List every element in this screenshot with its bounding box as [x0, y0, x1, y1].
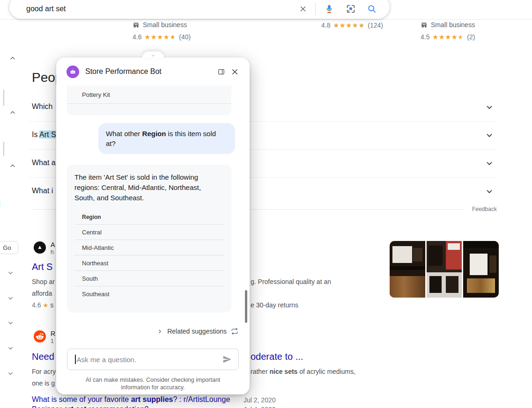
rating-row: 4.6 ★★★★★★★★★★ (40) [133, 33, 191, 41]
reddit-icon [34, 330, 46, 344]
expand-down-icon[interactable] [7, 370, 14, 379]
store-performance-bot-dialog: Store Performance Bot Pottery Kit What o… [56, 58, 250, 394]
message-text: at? [106, 138, 228, 148]
link-bold: art supplies [131, 395, 173, 403]
link-text: What is some of your favorite [32, 395, 131, 403]
table-row: Northeast [74, 255, 224, 271]
result-rating-line: 4.6 ★ s [32, 301, 53, 309]
result-title-link[interactable]: Need [32, 351, 54, 362]
paa-question[interactable]: What a [32, 159, 56, 167]
result-rating-value: 4.6 [32, 301, 41, 309]
search-icon[interactable] [362, 4, 382, 14]
robot-icon [69, 68, 76, 75]
voice-search-icon[interactable] [318, 4, 340, 14]
link-text: ? : r/ArtistLounge [173, 395, 230, 403]
result-snippet: e 30-day returns [251, 301, 298, 309]
star-rating: ★★★★★★★★★★ [144, 34, 176, 40]
cut-panel-border [3, 90, 4, 106]
paa-question[interactable]: What i [32, 187, 53, 195]
result-snippet: one is g [32, 379, 55, 387]
expand-down-icon[interactable] [7, 320, 14, 328]
star-rating: ★★★★★★★★★★ [432, 34, 464, 40]
product-image-1[interactable] [390, 241, 425, 298]
open-side-panel-icon[interactable] [217, 68, 225, 76]
chevron-right-icon [157, 328, 163, 335]
snippet-bold: nice sets [269, 368, 297, 375]
clear-search-icon[interactable] [294, 5, 312, 13]
input-placeholder: Ask me a question. [77, 356, 223, 364]
answer-line: regions: Central, Mid-Atlantic, Northeas… [74, 182, 224, 193]
search-bar[interactable]: good art set [9, 0, 390, 19]
rating-count: (2) [467, 33, 475, 41]
rating-count: (124) [368, 22, 383, 29]
result-date: Jul 2, 2020 [244, 396, 276, 404]
search-bar-divider [315, 3, 316, 15]
site-favicon [34, 241, 46, 254]
snippet-text: of acrylic mediums, [297, 368, 355, 375]
site-url-fragment: 1 [51, 338, 54, 344]
go-button[interactable]: Go [0, 241, 18, 254]
feedback-link[interactable]: Feedback [472, 206, 497, 212]
star-icon: ★ [43, 302, 48, 309]
paa-question[interactable]: Which [32, 102, 52, 111]
site-url-fragment: h [51, 249, 54, 255]
related-suggestions-button[interactable]: Related suggestions [67, 327, 238, 336]
message-bold: Region [142, 130, 166, 138]
result-title-link[interactable]: oderate to ... [251, 351, 303, 362]
expand-question-button[interactable] [481, 127, 498, 144]
table-row: Southeast [74, 286, 224, 302]
result-title-link[interactable]: Beginner art set recommendation? ... [32, 405, 157, 408]
bot-answer-text: The item 'Art Set' is sold in the follow… [74, 172, 224, 203]
header-divider [0, 19, 532, 20]
paa-question[interactable]: Is Art S [32, 131, 56, 139]
expand-down-icon[interactable] [7, 270, 14, 278]
link-text: Beginner [32, 405, 64, 408]
search-input[interactable]: good art set [26, 5, 294, 13]
rating-value: 4.5 [421, 33, 429, 41]
question-input[interactable]: Ask me a question. [67, 349, 239, 370]
collapse-handle[interactable] [142, 51, 164, 58]
result-snippet: rather nice sets of acrylic mediums, [251, 368, 355, 375]
table-row: South [74, 271, 224, 286]
refresh-suggestions-icon[interactable] [231, 328, 238, 335]
expand-question-button[interactable] [481, 155, 498, 172]
ai-disclaimer: AI can make mistakes. Consider checking … [67, 376, 239, 391]
product-image-3[interactable] [463, 241, 499, 298]
result-title-link[interactable]: What is some of your favorite art suppli… [32, 395, 230, 404]
google-lens-icon[interactable] [340, 4, 362, 14]
dialog-scrollbar[interactable] [245, 290, 247, 323]
table-header: Region [74, 210, 224, 225]
expand-question-button[interactable] [481, 183, 498, 200]
expand-down-icon[interactable] [7, 345, 14, 354]
answer-line: The item 'Art Set' is sold in the follow… [74, 172, 224, 182]
dialog-title: Store Performance Bot [85, 67, 217, 76]
collapse-up-icon[interactable] [9, 109, 16, 118]
table-row: Mid-Atlantic [74, 240, 224, 255]
expand-down-icon[interactable] [7, 295, 14, 304]
small-business-badge: Small business [421, 21, 475, 29]
google-results-page: good art set [0, 0, 532, 408]
expand-question-button[interactable] [481, 99, 498, 116]
bot-answer-card: The item 'Art Set' is sold in the follow… [67, 165, 231, 313]
storefront-icon [133, 22, 140, 29]
close-icon[interactable] [230, 67, 239, 76]
rating-count: (40) [179, 33, 191, 41]
collapse-up-icon[interactable] [9, 55, 16, 64]
bot-avatar [66, 66, 79, 78]
star-rating: ★★★★★★★★★★ [333, 22, 365, 29]
result-snippet: afforda [32, 290, 52, 297]
answer-line: South, and Southeast. [74, 193, 224, 203]
cut-panel-border [3, 142, 4, 156]
badge-label: Small business [143, 21, 187, 29]
link-bold: art set [64, 405, 87, 408]
related-suggestions-label: Related suggestions [167, 328, 227, 335]
result-title-link[interactable]: Art S [32, 262, 52, 272]
site-name-fragment: R [51, 330, 55, 337]
product-image-2[interactable] [427, 241, 462, 298]
region-table: Region Central Mid-Atlantic Northeast So… [74, 210, 224, 302]
disclaimer-line: AI can make mistakes. Consider checking … [67, 376, 239, 384]
paa-question-text: Is [32, 131, 39, 138]
send-icon[interactable] [222, 355, 232, 364]
collapse-up-icon[interactable] [9, 162, 16, 172]
dialog-header: Store Performance Bot [56, 58, 250, 86]
